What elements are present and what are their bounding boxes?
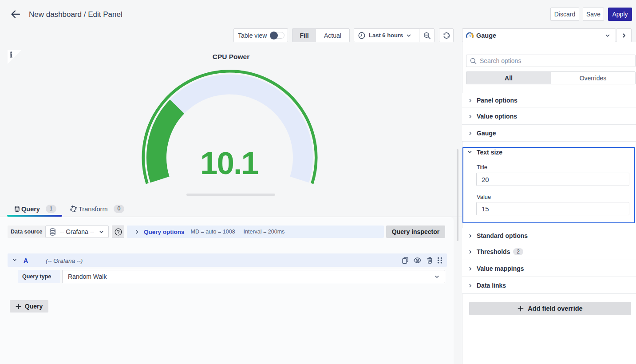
svg-text:79: 79 <box>468 34 472 37</box>
